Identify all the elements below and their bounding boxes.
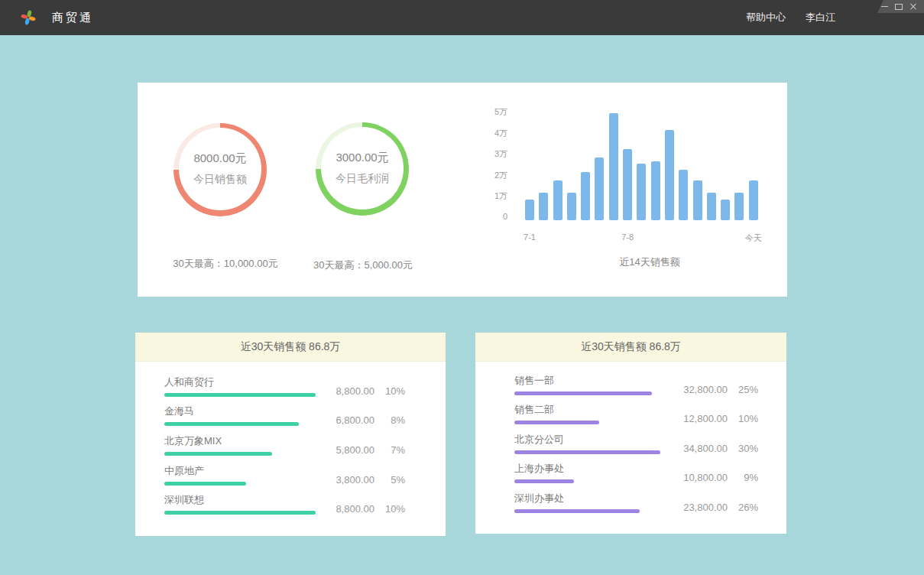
trend-bar	[623, 149, 632, 220]
department-ranking-title: 近30天销售额 86.8万	[475, 333, 786, 362]
trend-bar	[553, 180, 563, 220]
rank-row-percent: 7%	[374, 444, 405, 456]
app-title: 商贸通	[52, 11, 93, 25]
trend-bar	[609, 113, 618, 220]
trend-bar	[567, 193, 576, 220]
overview-card: 8000.00元 今日销售额 30天最高：10,000.00元 3000.00元…	[138, 83, 787, 297]
rank-row-bar	[164, 452, 272, 456]
trend-bars	[525, 109, 758, 220]
minimize-icon	[881, 6, 888, 7]
rank-row: 上海办事处10,800.009%	[514, 454, 758, 484]
rank-row-label: 销售一部	[514, 374, 660, 388]
rank-row-percent: 5%	[374, 474, 405, 486]
x-tick-label: 7-1	[524, 232, 536, 242]
minimize-button[interactable]	[880, 3, 888, 11]
trend-bar	[651, 161, 660, 220]
maximize-button[interactable]	[895, 3, 903, 11]
close-icon	[910, 4, 916, 10]
trend-bar	[707, 193, 716, 220]
rank-row-label: 销售二部	[514, 403, 660, 417]
trend-bar	[693, 180, 702, 220]
y-tick-label: 5万	[494, 106, 507, 118]
rank-row-percent: 9%	[728, 472, 758, 483]
rank-row-bar	[164, 482, 246, 486]
rank-row-amount: 6,800.00	[316, 414, 374, 426]
rank-row-amount: 32,800.00	[660, 384, 728, 395]
rank-row-percent: 10%	[374, 503, 405, 515]
today-profit-max-note: 30天最高：5,000.00元	[275, 258, 451, 272]
rank-row: 人和商贸行8,800.0010%	[164, 367, 405, 397]
rank-row-bar	[514, 450, 660, 454]
rank-row: 深圳联想8,800.0010%	[164, 486, 405, 515]
app-logo-pinwheel-icon	[21, 10, 36, 25]
customer-ranking-list: 人和商贸行8,800.0010%金海马6,800.008%北京万象MIX5,80…	[135, 362, 446, 515]
trend-bar	[539, 193, 548, 220]
rank-row-label: 上海办事处	[514, 462, 660, 476]
x-tick-label: 今天	[745, 232, 762, 244]
rank-row-bar	[514, 479, 574, 483]
department-ranking-card: 近30天销售额 86.8万 销售一部32,800.0025%销售二部12,800…	[475, 333, 786, 534]
rank-row: 北京万象MIX5,800.007%	[164, 426, 405, 456]
today-sales-label: 今日销售额	[193, 173, 247, 187]
trend-bar	[581, 172, 590, 220]
titlebar-menu: 帮助中心 李白江	[746, 11, 835, 24]
rank-row-percent: 26%	[728, 502, 758, 513]
rank-row-amount: 8,800.00	[316, 503, 374, 515]
titlebar: 商贸通 帮助中心 李白江	[0, 0, 924, 35]
today-profit-donut-center: 3000.00元 今日毛利润	[321, 127, 404, 210]
rank-row-percent: 25%	[728, 384, 758, 395]
rank-row-bar	[164, 393, 316, 397]
today-profit-value: 3000.00元	[336, 151, 388, 165]
today-sales-value: 8000.00元	[193, 151, 246, 166]
window-controls	[877, 0, 924, 13]
rank-row: 深圳办事处23,800.0026%	[514, 483, 758, 513]
rank-row-amount: 23,800.00	[660, 502, 728, 513]
close-button[interactable]	[909, 3, 917, 11]
rank-row-percent: 8%	[374, 414, 405, 426]
x-tick-label: 7-8	[621, 232, 634, 242]
rank-row-amount: 8,800.00	[316, 385, 374, 397]
rank-row-amount: 10,800.00	[660, 472, 728, 483]
maximize-icon	[895, 4, 903, 10]
y-tick-label: 3万	[494, 148, 507, 160]
today-profit-label: 今日毛利润	[336, 172, 389, 186]
today-profit-donut: 3000.00元 今日毛利润	[316, 122, 409, 216]
rank-row-label: 北京分公司	[514, 433, 660, 447]
trend-bar	[679, 170, 688, 220]
rank-row: 销售一部32,800.0025%	[514, 365, 758, 395]
help-center-link[interactable]: 帮助中心	[746, 11, 786, 24]
rank-row-label: 中原地产	[164, 464, 316, 478]
rank-row-label: 深圳联想	[164, 493, 316, 507]
rank-row-percent: 30%	[728, 443, 758, 454]
rank-row-amount: 3,800.00	[316, 474, 374, 486]
trend-bar	[525, 200, 534, 220]
trend-y-axis: 5万4万3万2万1万0	[488, 106, 507, 221]
trend-bar	[734, 193, 744, 220]
customer-ranking-card: 近30天销售额 86.8万 人和商贸行8,800.0010%金海马6,800.0…	[135, 333, 446, 536]
y-tick-label: 0	[503, 212, 507, 221]
trend-bar	[595, 158, 604, 220]
rank-row-bar	[514, 421, 599, 424]
rank-row-amount: 12,800.00	[660, 413, 728, 424]
rank-row-percent: 10%	[728, 413, 758, 424]
rank-row-bar	[514, 391, 652, 395]
trend-bar-chart: 5万4万3万2万1万0 7-17-8今天 近14天销售额	[488, 104, 778, 280]
rank-row-label: 人和商贸行	[164, 375, 316, 389]
today-sales-donut: 8000.00元 今日销售额	[173, 123, 267, 216]
rank-row-percent: 10%	[374, 385, 405, 397]
user-name-link[interactable]: 李白江	[806, 11, 835, 24]
y-tick-label: 1万	[494, 190, 507, 202]
y-tick-label: 2万	[494, 170, 507, 181]
customer-ranking-title: 近30天销售额 86.8万	[135, 333, 446, 362]
trend-bar	[665, 130, 674, 220]
rank-row: 中原地产3,800.005%	[164, 456, 405, 486]
trend-caption: 近14天销售额	[488, 255, 812, 269]
rank-row-amount: 5,800.00	[316, 444, 374, 456]
rank-row-bar	[164, 511, 316, 515]
rank-row-label: 深圳办事处	[514, 492, 660, 505]
rank-row-amount: 34,800.00	[660, 443, 728, 454]
rank-row-label: 北京万象MIX	[164, 434, 316, 448]
rank-row-bar	[514, 509, 640, 513]
trend-bar	[721, 200, 730, 220]
rank-row: 北京分公司34,800.0030%	[514, 424, 758, 454]
